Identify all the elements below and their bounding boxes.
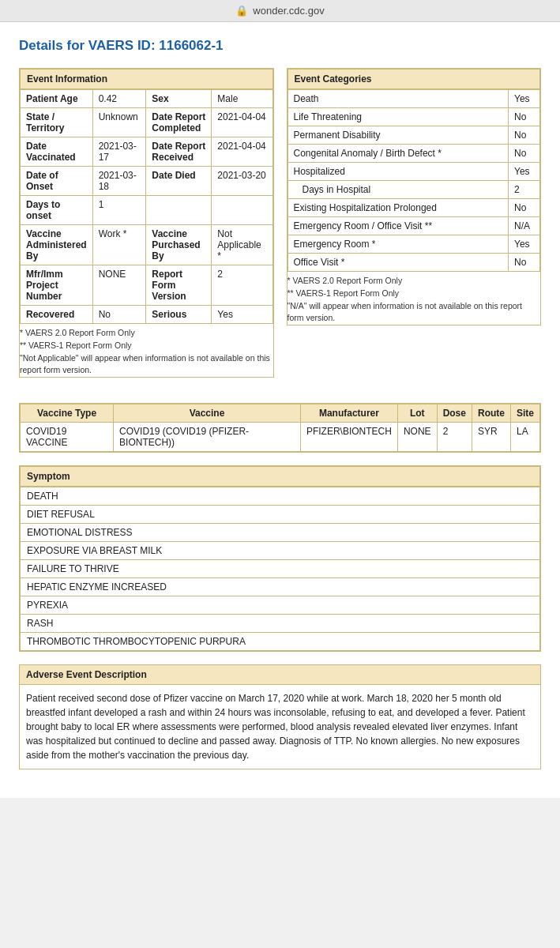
value-vax-purchased: Not Applicable *: [212, 225, 272, 265]
table-row: Mfr/ImmProjectNumber NONE ReportFormVers…: [21, 265, 273, 306]
adverse-event-header: Adverse Event Description: [20, 665, 540, 685]
cat-days-hosp-label: Days in Hospital: [288, 181, 509, 199]
symptom-row: EMOTIONAL DISTRESS: [21, 524, 540, 542]
symptom-row: DIET REFUSAL: [21, 506, 540, 524]
event-cat-footnotes: * VAERS 2.0 Report Form Only ** VAERS-1 …: [288, 275, 541, 325]
symptom-row: EXPOSURE VIA BREAST MILK: [21, 542, 540, 560]
table-row: Hospitalized Yes: [288, 163, 540, 181]
table-row: Days toonset 1: [21, 196, 273, 225]
value-date-vaccinated: 2021-03-17: [92, 137, 146, 167]
vaccine-dose-value: 2: [437, 423, 472, 452]
table-row: Death Yes: [288, 90, 540, 108]
table-row: Days in Hospital 2: [288, 181, 540, 199]
symptom-row: FAILURE TO THRIVE: [21, 560, 540, 578]
label-patient-age: Patient Age: [21, 90, 93, 108]
cat-death-label: Death: [288, 90, 509, 108]
label-date-died: Date Died: [146, 167, 212, 196]
cat-er-office-value: N/A: [509, 217, 540, 235]
vaccine-type-value: COVID19 VACCINE: [21, 423, 114, 452]
vaccine-route-value: SYR: [472, 423, 510, 452]
event-info-section: Event Information Patient Age 0.42 Sex M…: [19, 68, 274, 390]
table-row: DateVaccinated 2021-03-17 Date ReportRec…: [21, 137, 273, 167]
value-mfr: NONE: [92, 265, 146, 306]
table-row: Date ofOnset 2021-03-18 Date Died 2021-0…: [21, 167, 273, 196]
label-vax-purchased: VaccinePurchasedBy: [146, 225, 212, 265]
cat-exist-hosp-label: Existing Hospitalization Prolonged: [288, 199, 509, 217]
symptom-value: EMOTIONAL DISTRESS: [21, 524, 540, 542]
table-row: Life Threatening No: [288, 108, 540, 126]
symptom-row: THROMBOTIC THROMBOCYTOPENIC PURPURA: [21, 633, 540, 651]
value-patient-age: 0.42: [92, 90, 146, 108]
cat-days-hosp-value: 2: [509, 181, 540, 199]
vaccine-col-manufacturer: Manufacturer: [300, 404, 397, 423]
label-recovered: Recovered: [21, 306, 93, 324]
value-vax-admin: Work *: [92, 225, 146, 265]
cat-er-label: Emergency Room *: [288, 235, 509, 254]
cat-cong-label: Congenital Anomaly / Birth Defect *: [288, 145, 509, 163]
cat-office-label: Office Visit *: [288, 254, 509, 272]
label-serious: Serious: [146, 306, 212, 324]
lock-icon: 🔒: [235, 5, 248, 17]
vaccine-col-route: Route: [472, 404, 510, 423]
vaccine-lot-value: NONE: [397, 423, 437, 452]
symptom-row: HEPATIC ENZYME INCREASED: [21, 578, 540, 596]
table-row: Congenital Anomaly / Birth Defect * No: [288, 145, 540, 163]
cat-life-value: No: [509, 108, 540, 126]
event-info-header: Event Information: [20, 69, 273, 89]
symptom-value: DEATH: [21, 487, 540, 506]
symptom-value: RASH: [21, 615, 540, 633]
label-date-report-received: Date ReportReceived: [146, 137, 212, 167]
vaccine-manufacturer-value: PFIZER\BIONTECH: [300, 423, 397, 452]
value-recovered: No: [92, 306, 146, 324]
vaccine-data-row: COVID19 VACCINE COVID19 (COVID19 (PFIZER…: [21, 423, 540, 452]
cat-perm-label: Permanent Disability: [288, 126, 509, 145]
table-row: State /Territory Unknown Date ReportComp…: [21, 108, 273, 137]
cat-cong-value: No: [509, 145, 540, 163]
symptom-value: EXPOSURE VIA BREAST MILK: [21, 542, 540, 560]
symptom-section: Symptom DEATHDIET REFUSALEMOTIONAL DISTR…: [19, 465, 541, 652]
symptom-value: HEPATIC ENZYME INCREASED: [21, 578, 540, 596]
symptom-header: Symptom: [20, 466, 540, 487]
value-date-onset: 2021-03-18: [92, 167, 146, 196]
label-date-vaccinated: DateVaccinated: [21, 137, 93, 167]
adverse-event-section: Adverse Event Description Patient receiv…: [19, 664, 541, 769]
vaccine-col-lot: Lot: [397, 404, 437, 423]
vaccine-section: Vaccine Type Vaccine Manufacturer Lot Do…: [19, 403, 541, 453]
table-row: Existing Hospitalization Prolonged No: [288, 199, 540, 217]
label-date-report-completed: Date ReportCompleted: [146, 108, 212, 137]
cat-office-value: No: [509, 254, 540, 272]
symptom-row: DEATH: [21, 487, 540, 506]
vaccine-col-site: Site: [510, 404, 539, 423]
event-info-footnotes: * VAERS 2.0 Report Form Only ** VAERS-1 …: [20, 327, 273, 377]
symptom-row: PYREXIA: [21, 596, 540, 615]
value-days-onset: 1: [92, 196, 146, 225]
value-sex: Male: [212, 90, 272, 108]
table-row: Emergency Room * Yes: [288, 235, 540, 254]
vaccine-site-value: LA: [510, 423, 539, 452]
vaccine-name-value: COVID19 (COVID19 (PFIZER-BIONTECH)): [114, 423, 301, 452]
event-cat-header: Event Categories: [288, 69, 541, 89]
table-row: Emergency Room / Office Visit ** N/A: [288, 217, 540, 235]
symptom-value: FAILURE TO THRIVE: [21, 560, 540, 578]
cat-death-value: Yes: [509, 90, 540, 108]
cat-er-office-label: Emergency Room / Office Visit **: [288, 217, 509, 235]
label-vax-admin: VaccineAdministeredBy: [21, 225, 93, 265]
vaccine-col-vaccine: Vaccine: [114, 404, 301, 423]
label-state: State /Territory: [21, 108, 93, 137]
value-serious: Yes: [212, 306, 272, 324]
label-mfr: Mfr/ImmProjectNumber: [21, 265, 93, 306]
table-row: Recovered No Serious Yes: [21, 306, 273, 324]
adverse-event-description: Patient received second dose of Pfizer v…: [20, 685, 540, 769]
label-date-onset: Date ofOnset: [21, 167, 93, 196]
vaccine-col-type: Vaccine Type: [21, 404, 114, 423]
symptom-row: RASH: [21, 615, 540, 633]
cat-perm-value: No: [509, 126, 540, 145]
cat-exist-hosp-value: No: [509, 199, 540, 217]
value-report-form-version: 2: [212, 265, 272, 306]
table-row: VaccineAdministeredBy Work * VaccinePurc…: [21, 225, 273, 265]
cat-er-value: Yes: [509, 235, 540, 254]
cat-hosp-value: Yes: [509, 163, 540, 181]
vaccine-col-dose: Dose: [437, 404, 472, 423]
table-row: Patient Age 0.42 Sex Male: [21, 90, 273, 108]
symptom-value: THROMBOTIC THROMBOCYTOPENIC PURPURA: [21, 633, 540, 651]
